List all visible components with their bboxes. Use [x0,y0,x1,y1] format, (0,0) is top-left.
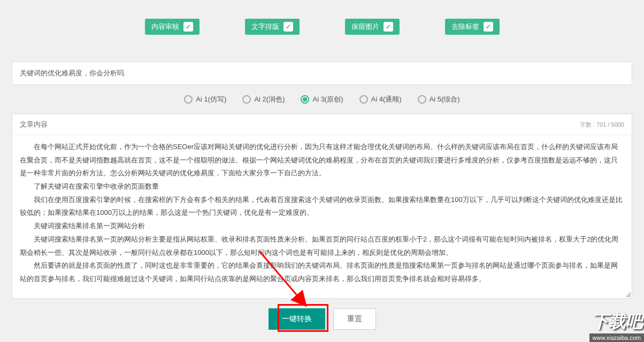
radio-icon [418,95,426,104]
convert-button[interactable]: 一键转换 [269,308,325,330]
resize-handle-icon[interactable] [625,292,631,297]
checkmark-icon: ✓ [283,22,293,32]
radio-label: Ai 3(原创) [312,95,343,104]
radio-icon [242,95,251,104]
top-options-row: 内容审核 ✓ 文字排版 ✓ 保留图片 ✓ 去除标签 ✓ [0,0,644,61]
watermark-url: www.xiazaiba.com [589,333,644,342]
radio-icon [359,95,368,104]
radio-ai5[interactable]: Ai 5(综合) [418,95,460,104]
radio-label: Ai 4(通顺) [371,95,402,104]
option-label: 文字排版 [251,22,279,32]
option-remove-tags[interactable]: 去除标签 ✓ [445,19,500,35]
content-paragraph: 关键词搜索结果排名第一页的网站分析主要是指从网站权重、收录和排名页面性质来分析。… [20,233,624,259]
radio-label: Ai 2(润色) [254,95,285,104]
content-paragraph: 了解关键词在搜索引擎中收录的页面数量 [20,180,624,193]
option-label: 内容审核 [151,22,179,32]
radio-ai3[interactable]: Ai 3(原创) [301,95,343,104]
radio-label: Ai 1(仿写) [196,95,226,104]
option-keep-images[interactable]: 保留图片 ✓ [345,19,400,35]
content-textarea[interactable]: 在每个网站正式开始优化前，作为一个合格的SEOer应该对网站关键词的优化进行分析… [12,135,632,298]
option-label: 去除标签 [451,22,479,32]
button-row: 一键转换 重置 [12,308,632,330]
reset-button[interactable]: 重置 [333,308,376,330]
radio-ai1[interactable]: Ai 1(仿写) [184,95,226,104]
content-paragraph: 我们在使用百度搜索引擎的时候，在搜索框的下方会有多个相关的结果，代表着百度搜索这… [20,193,624,220]
checkmark-icon: ✓ [183,22,193,32]
checkmark-icon: ✓ [484,22,493,32]
content-header: 文章内容 字数 : 701 / 5000 [12,114,632,135]
option-text-layout[interactable]: 文字排版 ✓ [245,19,300,35]
watermark-logo: 下载吧 [592,310,643,333]
checkmark-icon: ✓ [384,22,393,32]
option-label: 保留图片 [351,22,379,32]
content-box: 文章内容 字数 : 701 / 5000 在每个网站正式开始优化前，作为一个合格… [12,114,632,299]
word-count: 字数 : 701 / 5000 [580,121,624,129]
radio-ai4[interactable]: Ai 4(通顺) [359,95,402,104]
radio-ai2[interactable]: Ai 2(润色) [242,95,285,104]
option-content-review[interactable]: 内容审核 ✓ [145,19,200,35]
radio-icon [184,95,193,104]
content-paragraph: 在每个网站正式开始优化前，作为一个合格的SEOer应该对网站关键词的优化进行分析… [20,141,624,180]
content-header-label: 文章内容 [20,120,48,129]
radio-label: Ai 5(综合) [430,95,460,104]
content-paragraph: 关键词搜索结果排名第一页网站分析 [20,220,624,233]
content-paragraph: 然后要讲的就是排名页面的性质了，同时这也是非常重要的，它的结果会直接影响我们的关… [20,259,624,285]
ai-mode-radio-row: Ai 1(仿写) Ai 2(润色) Ai 3(原创) Ai 4(通顺) Ai 5… [12,95,632,104]
title-input[interactable]: 关键词的优化难易度，你会分析吗 [12,61,632,85]
radio-icon [301,95,309,104]
